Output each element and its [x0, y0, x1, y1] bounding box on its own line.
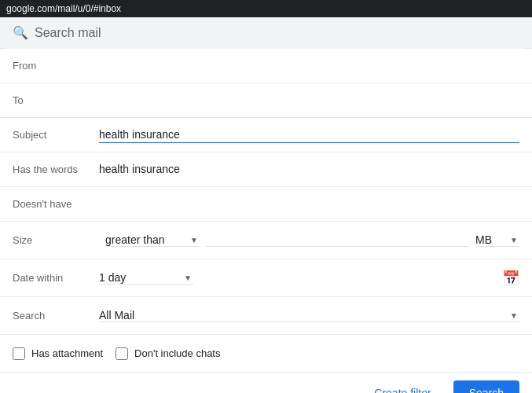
search-button[interactable]: Search — [453, 380, 519, 393]
has-attachment-label: Has attachment — [31, 347, 103, 359]
subject-label: Subject — [13, 129, 99, 141]
url-text: google.com/mail/u/0/#inbox — [6, 3, 121, 14]
from-label: From — [13, 60, 99, 72]
to-input[interactable] — [99, 92, 519, 108]
create-filter-button[interactable]: Create filter — [361, 380, 443, 393]
subject-input[interactable] — [99, 127, 519, 143]
has-words-input[interactable] — [99, 161, 519, 178]
search-in-select[interactable]: All Mail Inbox Sent Mail Drafts Spam Tra… — [99, 309, 519, 322]
size-label: Size — [13, 234, 99, 246]
checkboxes-row: Has attachment Don't include chats — [0, 335, 532, 373]
has-attachment-checkbox[interactable] — [13, 347, 25, 360]
to-label: To — [13, 94, 99, 106]
size-number-input[interactable] — [206, 233, 469, 247]
doesnt-have-input[interactable] — [99, 196, 519, 212]
size-comparator-select[interactable]: greater than less than — [105, 233, 200, 247]
search-in-label: Search — [13, 310, 99, 321]
doesnt-have-row: Doesn't have — [0, 187, 532, 222]
date-within-select[interactable]: 1 day 3 days 1 week 2 weeks 1 month 2 mo… — [99, 271, 193, 285]
has-words-row: Has the words — [0, 152, 532, 187]
from-row: From — [0, 49, 532, 83]
search-icon: 🔍 — [13, 25, 28, 40]
footer-row: Create filter Search — [0, 373, 532, 393]
size-unit-select[interactable]: MB KB Bytes — [475, 233, 519, 247]
from-input[interactable] — [99, 57, 519, 74]
subject-row: Subject — [0, 118, 532, 152]
top-nav: 🔍 Search mail — [0, 17, 532, 49]
date-within-row: Date within 1 day 3 days 1 week 2 weeks … — [0, 259, 532, 297]
title-bar: google.com/mail/u/0/#inbox — [0, 0, 532, 17]
to-row: To — [0, 83, 532, 118]
size-unit-wrapper: MB KB Bytes ▼ — [475, 233, 519, 247]
doesnt-have-label: Doesn't have — [13, 198, 99, 210]
calendar-icon[interactable]: 📅 — [502, 270, 519, 287]
dont-include-chats-checkbox[interactable] — [116, 347, 128, 360]
has-attachment-item: Has attachment — [13, 347, 103, 360]
search-in-row: Search All Mail Inbox Sent Mail Drafts S… — [0, 297, 532, 335]
size-comparator-wrapper: greater than less than ▼ — [105, 233, 200, 247]
advanced-search-form: From To Subject Has the words Doesn't ha… — [0, 49, 532, 393]
search-in-select-wrapper: All Mail Inbox Sent Mail Drafts Spam Tra… — [99, 309, 519, 322]
search-bar-container: 🔍 Search mail — [6, 17, 526, 49]
date-within-label: Date within — [13, 272, 99, 284]
size-row: Size greater than less than ▼ MB KB Byte… — [0, 222, 532, 259]
has-words-label: Has the words — [13, 163, 99, 175]
dont-include-chats-label: Don't include chats — [134, 347, 220, 359]
dont-include-chats-item: Don't include chats — [116, 347, 220, 360]
search-mail-placeholder: Search mail — [35, 26, 101, 40]
date-within-select-wrapper: 1 day 3 days 1 week 2 weeks 1 month 2 mo… — [99, 271, 193, 285]
